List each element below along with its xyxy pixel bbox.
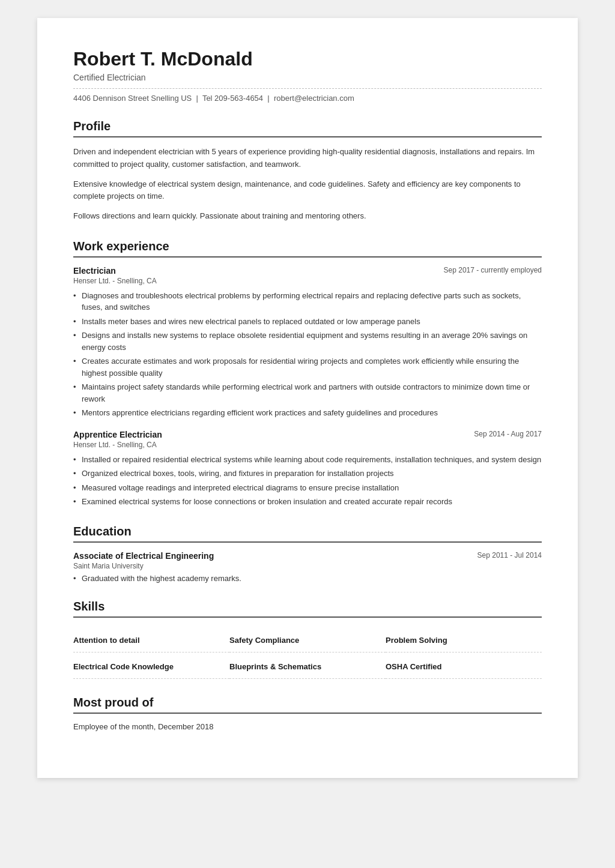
job-title: Certified Electrician bbox=[73, 73, 542, 82]
skills-section: Skills Attention to detail Safety Compli… bbox=[73, 600, 542, 679]
job-1-title: Electrician bbox=[73, 266, 116, 276]
job-2-bullet-4: Examined electrical systems for loose co… bbox=[73, 496, 542, 508]
work-experience-title: Work experience bbox=[73, 240, 542, 258]
contact-info: 4406 Dennison Street Snelling US | Tel 2… bbox=[73, 88, 542, 103]
job-1-header: Electrician Sep 2017 - currently employe… bbox=[73, 266, 542, 276]
skill-4: Electrical Code Knowledge bbox=[73, 653, 229, 679]
most-proud-title: Most proud of bbox=[73, 696, 542, 714]
job-1-bullet-5: Maintains project safety standards while… bbox=[73, 381, 542, 405]
phone: Tel 209-563-4654 bbox=[202, 94, 263, 103]
skill-6: OSHA Certified bbox=[386, 653, 542, 679]
profile-section: Profile Driven and independent electrici… bbox=[73, 119, 542, 223]
full-name: Robert T. McDonald bbox=[73, 48, 542, 70]
job-2-title: Apprentice Electrician bbox=[73, 430, 162, 439]
edu-1-note: Graduated with the highest academy remar… bbox=[73, 574, 542, 583]
profile-para-2: Extensive knowledge of electrical system… bbox=[73, 178, 542, 203]
skill-1: Attention to detail bbox=[73, 626, 229, 653]
proud-item-1: Employee of the month, December 2018 bbox=[73, 722, 542, 731]
edu-1-header: Associate of Electrical Engineering Sep … bbox=[73, 551, 542, 561]
edu-1-degree: Associate of Electrical Engineering bbox=[73, 551, 214, 561]
job-1-bullet-2: Installs meter bases and wires new elect… bbox=[73, 316, 542, 328]
job-2-bullet-2: Organized electrical boxes, tools, wirin… bbox=[73, 468, 542, 480]
email: robert@electrician.com bbox=[274, 94, 354, 103]
resume-header: Robert T. McDonald Certified Electrician… bbox=[73, 48, 542, 103]
education-section: Education Associate of Electrical Engine… bbox=[73, 525, 542, 583]
profile-para-3: Follows directions and learn quickly. Pa… bbox=[73, 210, 542, 223]
skills-grid: Attention to detail Safety Compliance Pr… bbox=[73, 626, 542, 679]
job-1-bullets: Diagnoses and troubleshoots electrical p… bbox=[73, 290, 542, 419]
work-experience-section: Work experience Electrician Sep 2017 - c… bbox=[73, 240, 542, 508]
job-2-bullet-1: Installed or repaired residential electr… bbox=[73, 454, 542, 466]
profile-section-title: Profile bbox=[73, 119, 542, 137]
job-2-header: Apprentice Electrician Sep 2014 - Aug 20… bbox=[73, 430, 542, 439]
job-1-dates: Sep 2017 - currently employed bbox=[444, 266, 542, 274]
skill-3: Problem Solving bbox=[386, 626, 542, 653]
edu-1-dates: Sep 2011 - Jul 2014 bbox=[477, 551, 542, 559]
job-2-dates: Sep 2014 - Aug 2017 bbox=[474, 430, 542, 438]
job-2: Apprentice Electrician Sep 2014 - Aug 20… bbox=[73, 430, 542, 508]
resume-document: Robert T. McDonald Certified Electrician… bbox=[37, 18, 578, 778]
job-1-bullet-4: Creates accurate estimates and work prop… bbox=[73, 355, 542, 379]
skills-title: Skills bbox=[73, 600, 542, 618]
address: 4406 Dennison Street Snelling US bbox=[73, 94, 192, 103]
job-1-company: Henser Ltd. - Snelling, CA bbox=[73, 277, 542, 285]
job-1: Electrician Sep 2017 - currently employe… bbox=[73, 266, 542, 419]
job-1-bullet-6: Mentors apprentice electricians regardin… bbox=[73, 407, 542, 419]
skill-5: Blueprints & Schematics bbox=[229, 653, 386, 679]
education-title: Education bbox=[73, 525, 542, 543]
skill-2: Safety Compliance bbox=[229, 626, 386, 653]
edu-entry-1: Associate of Electrical Engineering Sep … bbox=[73, 551, 542, 583]
job-2-bullets: Installed or repaired residential electr… bbox=[73, 454, 542, 508]
job-2-company: Henser Ltd. - Snelling, CA bbox=[73, 441, 542, 449]
most-proud-section: Most proud of Employee of the month, Dec… bbox=[73, 696, 542, 731]
job-2-bullet-3: Measured voltage readings and interprete… bbox=[73, 482, 542, 494]
job-1-bullet-1: Diagnoses and troubleshoots electrical p… bbox=[73, 290, 542, 313]
edu-1-school: Saint Maria University bbox=[73, 562, 542, 570]
job-1-bullet-3: Designs and installs new systems to repl… bbox=[73, 330, 542, 353]
profile-para-1: Driven and independent electrician with … bbox=[73, 146, 542, 171]
